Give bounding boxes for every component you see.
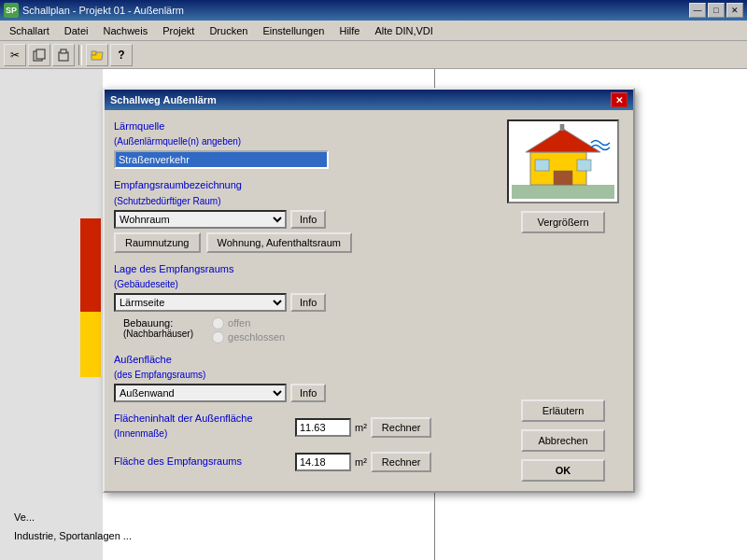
menu-drucken[interactable]: Drucken	[202, 23, 255, 38]
lage-select[interactable]: Lärmseite Ruhige Seite	[114, 293, 287, 312]
ok-button[interactable]: OK	[521, 459, 605, 482]
bebauung-offen-item[interactable]: offen	[212, 317, 285, 329]
aussenflaeche-select[interactable]: Außenwand Dach	[114, 384, 287, 402]
flaecheninhalt-sublabel: (Innenmaße)	[114, 427, 291, 440]
flaeche-empfang-rechner-button[interactable]: Rechner	[371, 452, 432, 472]
app-icon: SP	[4, 3, 19, 18]
bebauung-sublabel: (Nachbarhäuser)	[123, 329, 193, 339]
lage-row: Lage des Empfangsraums (Gebäudeseite) Lä…	[114, 262, 493, 343]
flaeche-empfang-input[interactable]	[295, 453, 351, 471]
app-title: Schallplan - Projekt 01 - Außenlärm	[22, 5, 184, 16]
close-button[interactable]: ✕	[726, 3, 743, 18]
flaecheninhalt-rechner-button[interactable]: Rechner	[371, 417, 432, 438]
empfangsraum-input-row: Wohnraum Schlafraum Büro Info	[114, 210, 493, 229]
flaeche-empfang-label-wrap: Fläche des Empfangsraums	[114, 455, 291, 470]
aussenflaeche-label: Außenfläche	[114, 353, 493, 366]
bebauung-geschlossen-item[interactable]: geschlossen	[212, 331, 285, 343]
lage-info-button[interactable]: Info	[290, 293, 326, 312]
empfangsraum-info-button[interactable]: Info	[290, 210, 326, 229]
flaecheninhalt-label: Flächeninhalt der Außenfläche	[114, 412, 291, 425]
flaeche-empfang-row: Fläche des Empfangsraums m² Rechner	[114, 452, 493, 472]
toolbar-copy[interactable]	[28, 44, 50, 66]
flaecheninhalt-input[interactable]	[295, 418, 351, 437]
bebauung-label: Bebauung:	[123, 317, 193, 329]
menu-alte-din[interactable]: Alte DIN,VDI	[367, 23, 440, 38]
status-ve: Ve...	[14, 511, 35, 523]
flaeche-empfang-unit: m²	[355, 456, 367, 468]
flaeche-empfang-label: Fläche des Empfangsraums	[114, 455, 291, 468]
menu-datei[interactable]: Datei	[57, 23, 96, 38]
erlaeutern-button[interactable]: Erläutern	[521, 399, 605, 422]
menu-nachweis[interactable]: Nachweis	[95, 23, 155, 38]
flaecheninhalt-input-row: Flächeninhalt der Außenfläche (Innenmaße…	[114, 412, 493, 442]
menu-einstellungen[interactable]: Einstellungen	[255, 23, 331, 38]
laermquelle-row: Lärmquelle (Außenlärmquelle(n) angeben)	[114, 119, 493, 169]
empfangsraum-select[interactable]: Wohnraum Schlafraum Büro	[114, 210, 287, 229]
title-bar-left: SP Schallplan - Projekt 01 - Außenlärm	[4, 3, 184, 18]
toolbar-cut[interactable]: ✂	[4, 44, 26, 66]
svg-rect-13	[560, 124, 564, 132]
dialog-close-button[interactable]: ✕	[611, 92, 627, 107]
left-yellow-bar	[80, 312, 101, 377]
laermquelle-sublabel: (Außenlärmquelle(n) angeben)	[114, 135, 493, 147]
dialog-title-bar: Schallweg Außenlärm ✕	[105, 90, 633, 110]
flaecheninhalt-unit: m²	[355, 422, 367, 433]
aussenflaeche-info-button[interactable]: Info	[290, 384, 326, 402]
menu-projekt[interactable]: Projekt	[155, 23, 202, 38]
toolbar-separator	[78, 45, 82, 65]
toolbar: ✂ ?	[0, 41, 747, 69]
svg-rect-11	[535, 160, 549, 171]
svg-rect-7	[512, 185, 614, 199]
flaecheninhalt-labels: Flächeninhalt der Außenfläche (Innenmaße…	[114, 412, 291, 442]
bebauung-offen-label: offen	[228, 317, 250, 329]
main-content: Ve... Industrie, Sportanlagen ... Schall…	[0, 69, 747, 560]
dialog-body: Lärmquelle (Außenlärmquelle(n) angeben) …	[105, 110, 633, 491]
aussenflaeche-sublabel: (des Empfangsraums)	[114, 369, 493, 381]
image-preview	[507, 119, 619, 203]
bebauung-section: Bebauung: (Nachbarhäuser) offen geschlos…	[123, 317, 493, 343]
dialog-right-panel: Vergrößern Erläutern Abbrechen OK	[502, 119, 624, 482]
svg-rect-10	[554, 171, 572, 185]
bebauung-geschlossen-label: geschlossen	[228, 331, 285, 343]
dialog-schallweg: Schallweg Außenlärm ✕ Lärmquelle (Außenl…	[103, 88, 635, 493]
menu-hilfe[interactable]: Hilfe	[331, 23, 367, 38]
bebauung-labels: Bebauung: (Nachbarhäuser)	[123, 317, 193, 339]
dialog-form: Lärmquelle (Außenlärmquelle(n) angeben) …	[114, 119, 493, 482]
lage-sublabel: (Gebäudeseite)	[114, 278, 493, 290]
raumnutzung-row: Raumnutzung Wohnung, Aufenthaltsraum	[114, 232, 493, 253]
toolbar-help[interactable]: ?	[110, 44, 133, 66]
abbrechen-button[interactable]: Abbrechen	[521, 429, 605, 452]
lage-input-row: Lärmseite Ruhige Seite Info	[114, 293, 493, 312]
dialog-title-text: Schallweg Außenlärm	[110, 94, 217, 105]
bebauung-offen-radio[interactable]	[212, 317, 224, 329]
menu-schallart[interactable]: Schallart	[2, 23, 57, 38]
svg-rect-1	[36, 49, 45, 59]
toolbar-paste[interactable]	[52, 44, 75, 66]
empfangsraum-row: Empfangsraumbezeichnung (Schutzbedürftig…	[114, 178, 493, 252]
raumnutzung-button[interactable]: Raumnutzung	[114, 232, 201, 253]
wohnung-button[interactable]: Wohnung, Aufenthaltsraum	[206, 232, 353, 253]
menu-bar: Schallart Datei Nachweis Projekt Drucken…	[0, 21, 747, 41]
laermquelle-label: Lärmquelle	[114, 119, 493, 133]
lage-label: Lage des Empfangsraums	[114, 262, 493, 275]
empfangsraum-label: Empfangsraumbezeichnung	[114, 178, 493, 191]
svg-rect-12	[577, 160, 591, 171]
toolbar-open[interactable]	[86, 44, 108, 66]
flaecheninhalt-row: Flächeninhalt der Außenfläche (Innenmaße…	[114, 412, 493, 442]
svg-rect-3	[61, 49, 66, 53]
minimize-button[interactable]: —	[689, 3, 706, 18]
aussenflaeche-row: Außenfläche (des Empfangsraums) Außenwan…	[114, 353, 493, 402]
laermquelle-input[interactable]	[114, 150, 329, 169]
empfangsraum-sublabel: (Schutzbedürftiger Raum)	[114, 195, 493, 207]
bebauung-geschlossen-radio[interactable]	[212, 331, 224, 343]
bebauung-radios: offen geschlossen	[212, 317, 285, 343]
status-industrie: Industrie, Sportanlagen ...	[14, 530, 132, 541]
title-bar-buttons: — □ ✕	[689, 3, 743, 18]
building-illustration	[512, 124, 614, 199]
title-bar: SP Schallplan - Projekt 01 - Außenlärm —…	[0, 0, 747, 21]
maximize-button[interactable]: □	[708, 3, 725, 18]
flaeche-empfang-input-row: Fläche des Empfangsraums m² Rechner	[114, 452, 493, 472]
vergroessern-button[interactable]: Vergrößern	[521, 211, 605, 233]
aussenflaeche-input-row: Außenwand Dach Info	[114, 384, 493, 402]
svg-rect-4	[92, 51, 96, 55]
